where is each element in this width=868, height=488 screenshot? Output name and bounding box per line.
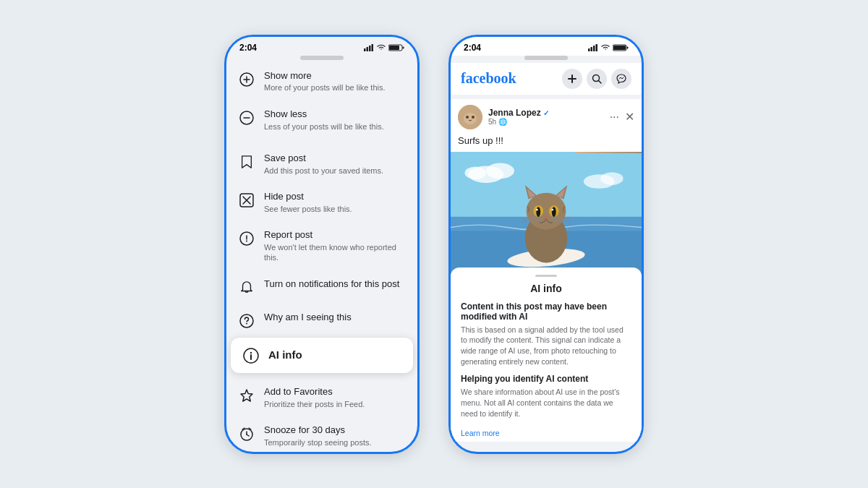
svg-point-17 (246, 241, 247, 242)
svg-point-55 (527, 192, 566, 229)
svg-rect-38 (596, 44, 598, 51)
svg-rect-35 (588, 48, 590, 51)
more-options-button[interactable]: ··· (610, 111, 619, 124)
globe-icon: 🌐 (498, 118, 507, 126)
ai-info-item[interactable]: AI info (231, 338, 413, 373)
svg-point-65 (551, 208, 553, 210)
time-left: 2:04 (239, 43, 257, 53)
hide-post-text: Hide post See fewer posts like this. (264, 191, 406, 214)
verified-badge: ✓ (543, 109, 549, 117)
signal-icon (364, 44, 374, 51)
post-caption: Surfs up !!! (451, 135, 642, 152)
svg-point-47 (464, 113, 477, 124)
fb-header: facebook (451, 63, 642, 95)
svg-rect-5 (389, 46, 399, 50)
time-right: 2:04 (464, 43, 481, 53)
add-button[interactable] (562, 69, 582, 89)
panel-title: AI info (461, 283, 631, 294)
show-more-icon (238, 71, 255, 88)
menu-item-show-more[interactable]: Show more More of your posts will be lik… (226, 63, 417, 101)
svg-point-64 (536, 208, 538, 210)
status-icons-left (364, 44, 404, 51)
report-post-text: Report post We won't let them know who r… (264, 229, 406, 262)
ai-info-text: AI info (268, 348, 401, 362)
post-meta: 5h 🌐 (488, 118, 610, 126)
snooze-icon (238, 425, 255, 442)
messenger-button[interactable] (611, 69, 631, 89)
post-card: Jenna Lopez ✓ 5h 🌐 ··· ✕ Surfs up !!! (451, 99, 642, 275)
svg-rect-37 (593, 46, 595, 51)
ai-section2-title: Helping you identify AI content (461, 374, 631, 384)
post-header: Jenna Lopez ✓ 5h 🌐 ··· ✕ (451, 99, 642, 135)
wifi-icon-right (600, 44, 610, 51)
svg-rect-0 (364, 48, 366, 51)
menu-item-save-post[interactable]: Save post Add this post to your saved it… (226, 145, 417, 184)
favorites-icon (238, 387, 255, 404)
menu-item-show-less[interactable]: Show less Less of your posts will be lik… (226, 101, 417, 140)
svg-rect-2 (369, 46, 371, 51)
svg-rect-41 (627, 46, 629, 48)
menu-item-hide-post[interactable]: Hide post See fewer posts like this. (226, 184, 417, 222)
battery-icon-left (388, 44, 404, 51)
snooze-text: Snooze for 30 days Temporarily stop seei… (264, 424, 406, 448)
notch-left (300, 56, 344, 60)
svg-point-73 (465, 166, 486, 179)
report-post-icon (238, 230, 255, 247)
ai-info-icon (242, 347, 260, 364)
svg-rect-3 (372, 44, 374, 51)
fb-header-icons (562, 69, 631, 89)
post-username: Jenna Lopez ✓ (488, 108, 610, 118)
why-seeing-icon (238, 312, 255, 330)
post-image (451, 152, 642, 275)
ai-section1-title: Content in this post may have been modif… (461, 301, 631, 322)
battery-icon-right (613, 44, 629, 51)
separator-1 (226, 140, 417, 145)
status-bar-right: 2:04 (451, 37, 642, 56)
status-icons-right (588, 44, 629, 51)
svg-rect-40 (613, 46, 626, 50)
menu-content: Show more More of your posts will be lik… (226, 63, 417, 454)
svg-point-62 (536, 207, 540, 217)
status-bar-left: 2:04 (226, 37, 417, 56)
fb-content: facebook (451, 63, 642, 442)
learn-more-link[interactable]: Learn more (461, 429, 500, 437)
svg-rect-1 (367, 47, 369, 51)
svg-point-63 (552, 207, 556, 217)
panel-handle (535, 275, 557, 277)
save-post-icon (238, 153, 255, 171)
right-phone: 2:04 facebook (448, 35, 644, 454)
menu-item-favorites[interactable]: Add to Favorites Prioritize their posts … (226, 379, 417, 417)
menu-item-snooze[interactable]: Snooze for 30 days Temporarily stop seei… (226, 417, 417, 454)
svg-point-48 (466, 116, 469, 119)
separator-2 (226, 373, 417, 379)
hide-post-icon (238, 192, 255, 209)
svg-point-22 (250, 352, 252, 354)
notifications-icon (238, 279, 255, 296)
svg-point-72 (486, 163, 514, 179)
why-seeing-text: Why am I seeing this (264, 312, 406, 324)
favorites-text: Add to Favorites Prioritize their posts … (264, 386, 406, 409)
ai-info-panel: AI info Content in this post may have be… (451, 267, 642, 442)
svg-line-45 (599, 80, 602, 83)
menu-item-report-post[interactable]: Report post We won't let them know who r… (226, 222, 417, 270)
ai-section1-text: This is based on a signal added by the t… (461, 325, 631, 367)
facebook-logo: facebook (461, 70, 516, 87)
signal-icon-right (588, 44, 598, 51)
show-more-text: Show more More of your posts will be lik… (264, 70, 406, 93)
left-phone: 2:04 (224, 35, 420, 454)
show-less-icon (238, 109, 255, 127)
notch-right (524, 56, 568, 60)
svg-rect-36 (591, 47, 593, 51)
close-post-button[interactable]: ✕ (625, 110, 634, 124)
notifications-text: Turn on notifications for this post (264, 278, 406, 291)
post-user-info: Jenna Lopez ✓ 5h 🌐 (488, 108, 610, 126)
ai-section2-text: We share information about AI use in the… (461, 387, 631, 419)
show-less-text: Show less Less of your posts will be lik… (264, 108, 406, 132)
post-header-actions: ··· ✕ (610, 110, 634, 124)
svg-point-75 (600, 172, 623, 185)
search-button[interactable] (587, 69, 607, 89)
menu-item-why-seeing[interactable]: Why am I seeing this (226, 304, 417, 338)
menu-item-notifications[interactable]: Turn on notifications for this post (226, 271, 417, 304)
svg-rect-6 (403, 46, 404, 48)
svg-point-19 (246, 322, 247, 324)
